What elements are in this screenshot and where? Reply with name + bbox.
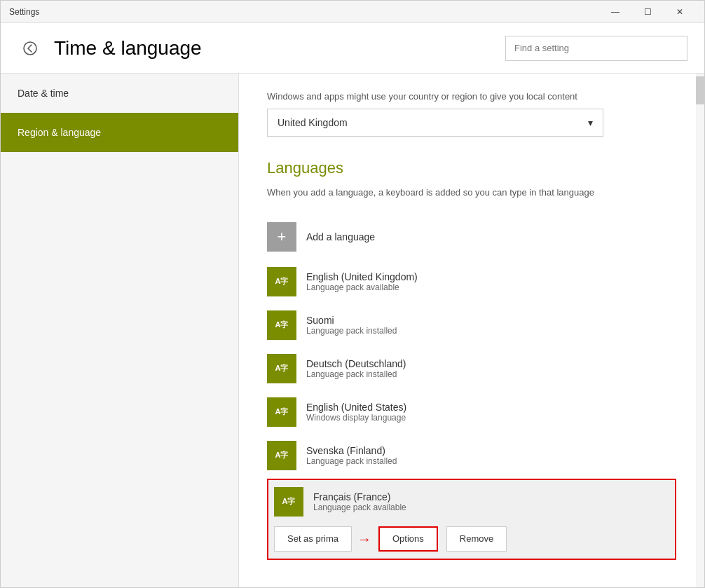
language-icon: A字 (267, 267, 296, 296)
sidebar: Date & time Region & language (1, 74, 239, 587)
language-status: Language pack installed (306, 326, 397, 336)
scrollbar-thumb[interactable] (696, 76, 704, 104)
sidebar-item-date-time[interactable]: Date & time (1, 74, 238, 113)
language-status: Windows display language (306, 413, 406, 423)
maximize-button[interactable]: ☐ (631, 1, 664, 23)
header-bar: Time & language (1, 23, 704, 74)
country-value: United Kingdom (278, 117, 348, 128)
back-icon (23, 41, 37, 55)
window-title: Settings (9, 7, 599, 17)
language-icon: A字 (267, 310, 296, 340)
add-language-label: Add a language (306, 231, 375, 242)
language-icon: A字 (267, 397, 296, 427)
language-name: English (United Kingdom) (306, 271, 418, 282)
action-buttons-row: Set as prima → Options Remove (268, 524, 675, 559)
svg-point-0 (24, 42, 36, 55)
back-button[interactable] (18, 36, 43, 61)
arrow-right-icon: → (357, 531, 371, 547)
list-item[interactable]: A字 English (United States) Windows displ… (267, 390, 676, 434)
highlighted-language-status: Language pack available (313, 502, 406, 512)
close-button[interactable]: ✕ (664, 1, 696, 23)
language-icon: A字 (267, 354, 296, 383)
language-name: Deutsch (Deutschland) (306, 358, 406, 369)
list-item[interactable]: A字 English (United Kingdom) Language pac… (267, 260, 676, 303)
sidebar-item-region-language[interactable]: Region & language (1, 113, 238, 152)
sidebar-item-label: Date & time (18, 88, 69, 99)
remove-button[interactable]: Remove (446, 526, 507, 552)
languages-section: Languages When you add a language, a key… (267, 159, 676, 560)
language-status: Language pack available (306, 282, 418, 292)
scrollbar-track[interactable] (696, 74, 704, 587)
language-status: Language pack installed (306, 369, 406, 379)
language-name: Svenska (Finland) (306, 445, 397, 456)
content-area: Date & time Region & language Windows an… (1, 74, 704, 587)
minimize-button[interactable]: — (599, 1, 631, 23)
set-primary-button[interactable]: Set as prima (274, 526, 352, 552)
country-dropdown[interactable]: United Kingdom ▾ (267, 109, 603, 137)
highlighted-language-item[interactable]: A字 Français (France) Language pack avail… (267, 479, 676, 560)
title-bar: Settings — ☐ ✕ (1, 1, 704, 23)
page-title: Time & language (54, 37, 505, 60)
add-icon: + (267, 222, 296, 252)
window-controls: — ☐ ✕ (599, 1, 696, 23)
language-status: Language pack installed (306, 456, 397, 466)
dropdown-arrow-icon: ▾ (588, 117, 593, 128)
languages-desc: When you add a language, a keyboard is a… (267, 186, 676, 200)
sidebar-item-label: Region & language (18, 127, 101, 138)
highlighted-language-name: Français (France) (313, 491, 406, 502)
options-button[interactable]: Options (378, 526, 438, 552)
highlighted-language-icon: A字 (274, 487, 303, 517)
language-icon: A字 (267, 441, 296, 470)
language-name: Suomi (306, 315, 397, 326)
main-content: Windows and apps might use your country … (239, 74, 704, 587)
list-item[interactable]: A字 Svenska (Finland) Language pack insta… (267, 434, 676, 477)
languages-heading: Languages (267, 159, 676, 177)
language-name: English (United States) (306, 402, 406, 413)
add-language-button[interactable]: + Add a language (267, 214, 676, 260)
country-section-label: Windows and apps might use your country … (267, 90, 676, 103)
list-item[interactable]: A字 Suomi Language pack installed (267, 303, 676, 347)
settings-window: Settings — ☐ ✕ Time & language Date & ti… (0, 0, 705, 588)
search-input[interactable] (505, 36, 687, 61)
list-item[interactable]: A字 Deutsch (Deutschland) Language pack i… (267, 347, 676, 390)
language-list: + Add a language A字 English (United King… (267, 214, 676, 560)
